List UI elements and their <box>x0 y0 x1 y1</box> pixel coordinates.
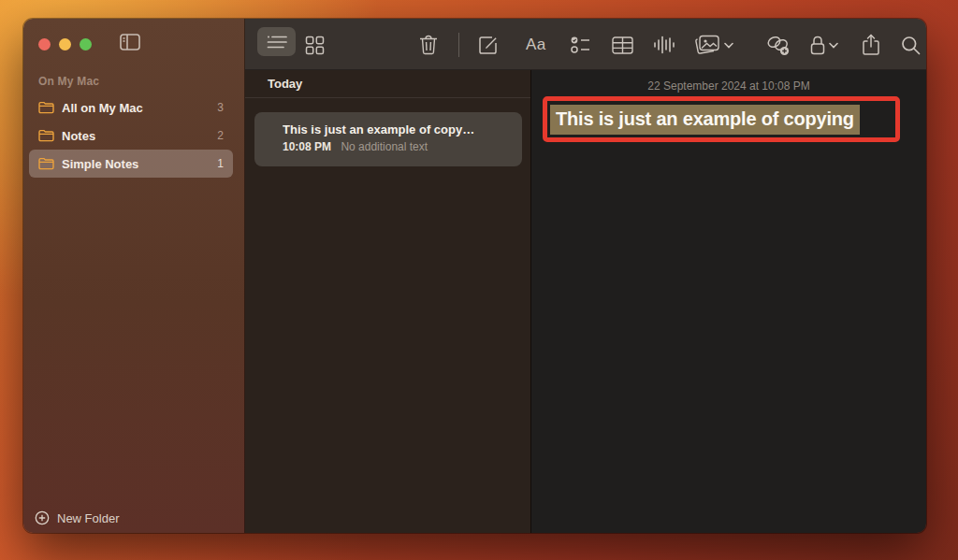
main-area: Aa <box>245 19 926 533</box>
search-button[interactable] <box>901 34 921 56</box>
note-editor[interactable]: 22 September 2024 at 10:08 PM This is ju… <box>531 70 926 533</box>
folder-label: All on My Mac <box>62 101 210 115</box>
table-icon <box>612 36 633 54</box>
toolbar-separator <box>458 33 459 57</box>
close-window-button[interactable] <box>38 38 51 50</box>
search-icon <box>901 36 921 55</box>
folder-count: 3 <box>217 101 224 114</box>
trash-icon <box>419 35 438 55</box>
add-link-icon <box>765 35 791 56</box>
note-list-column: Today This is just an example of copy… 1… <box>245 70 531 533</box>
folder-count: 2 <box>217 129 224 142</box>
sidebar: On My Mac All on My Mac 3 <box>23 19 245 533</box>
note-date-line: 22 September 2024 at 10:08 PM <box>531 79 926 93</box>
toolbar: Aa <box>245 19 926 70</box>
media-icon <box>694 35 720 56</box>
zoom-window-button[interactable] <box>80 38 92 50</box>
traffic-lights <box>38 38 92 50</box>
chevron-down-icon <box>724 42 733 49</box>
annotation-highlight-box: This is just an example of copying <box>543 96 900 142</box>
waveform-icon <box>653 36 675 54</box>
note-title-selected-text[interactable]: This is just an example of copying <box>550 105 860 135</box>
grid-view-icon <box>305 36 325 55</box>
folder-label: Notes <box>62 129 210 143</box>
share-icon <box>862 34 880 56</box>
new-folder-button[interactable]: New Folder <box>35 510 119 525</box>
minimize-window-button[interactable] <box>59 38 71 50</box>
add-link-button[interactable] <box>765 34 791 56</box>
new-note-button[interactable] <box>478 34 499 56</box>
checklist-button[interactable] <box>570 34 592 56</box>
sidebar-item-all-on-my-mac[interactable]: All on My Mac 3 <box>29 93 233 122</box>
audio-button[interactable] <box>653 34 675 56</box>
note-list-section-header: Today <box>245 70 530 98</box>
note-item-preview: No additional text <box>341 140 428 153</box>
sidebar-item-simple-notes[interactable]: Simple Notes 1 <box>29 150 233 178</box>
delete-note-button[interactable] <box>419 34 438 56</box>
table-button[interactable] <box>612 34 633 56</box>
note-item-meta: 10:08 PM No additional text <box>283 140 511 153</box>
compose-icon <box>478 35 499 55</box>
folder-count: 1 <box>217 157 224 170</box>
chevron-down-icon <box>829 42 838 49</box>
notes-window: On My Mac All on My Mac 3 <box>23 19 926 533</box>
lock-icon <box>810 36 825 55</box>
note-item-time: 10:08 PM <box>283 140 331 153</box>
folder-label: Simple Notes <box>62 157 210 171</box>
format-icon: Aa <box>526 36 546 54</box>
media-button[interactable] <box>694 34 733 56</box>
sidebar-section-header: On My Mac <box>38 75 99 88</box>
checklist-icon <box>570 36 592 54</box>
list-view-icon <box>267 35 287 50</box>
note-item-title: This is just an example of copy… <box>283 122 511 136</box>
new-folder-label: New Folder <box>57 511 119 525</box>
note-list-item[interactable]: This is just an example of copy… 10:08 P… <box>254 112 522 166</box>
sidebar-toggle-icon[interactable] <box>120 34 140 50</box>
folder-icon <box>38 129 54 142</box>
sidebar-folder-list: All on My Mac 3 Notes 2 <box>29 93 233 178</box>
folder-icon <box>38 101 54 114</box>
list-view-button[interactable] <box>257 27 296 56</box>
sidebar-item-notes[interactable]: Notes 2 <box>29 122 233 150</box>
format-button[interactable]: Aa <box>526 34 546 56</box>
gallery-view-button[interactable] <box>305 34 325 56</box>
lock-button[interactable] <box>810 34 838 56</box>
share-button[interactable] <box>862 34 880 56</box>
plus-circle-icon <box>35 510 50 525</box>
folder-icon <box>38 157 54 170</box>
